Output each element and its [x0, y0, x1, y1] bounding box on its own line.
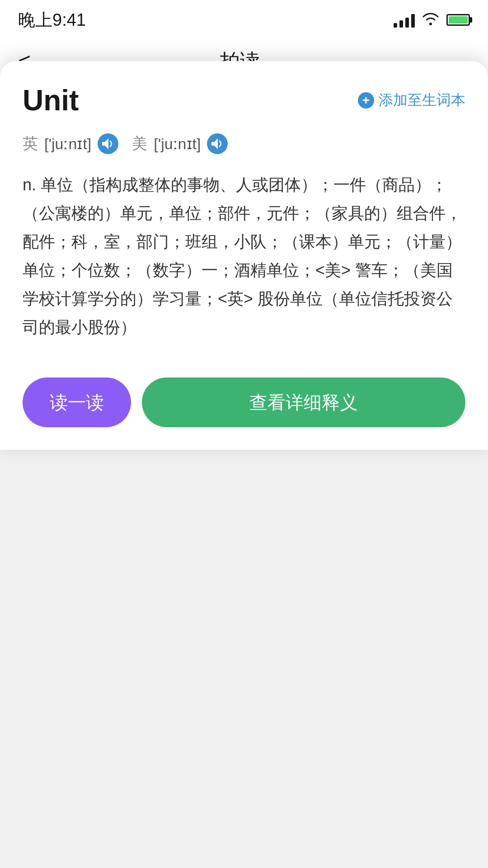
read-button[interactable]: 读一读	[23, 377, 131, 427]
phonetic-en-sound-button[interactable]	[98, 133, 118, 154]
dict-word: Unit	[23, 84, 79, 117]
dictionary-panel: Unit + 添加至生词本 英 ['juːnɪt] 美	[0, 61, 488, 450]
bottom-buttons: 读一读 查看详细释义	[23, 364, 465, 450]
wifi-icon	[422, 11, 439, 29]
status-time: 晚上9:41	[18, 9, 86, 32]
dict-header: Unit + 添加至生词本	[23, 84, 465, 117]
phonetic-en-group: 英 ['juːnɪt]	[23, 133, 118, 154]
detail-button[interactable]: 查看详细释义	[142, 377, 465, 427]
reading-area: Unit Two John，I have a new schoolbag. Ma…	[0, 127, 488, 450]
phonetic-us-text: ['juːnɪt]	[154, 135, 201, 153]
status-bar: 晚上9:41	[0, 0, 488, 36]
phonetic-us-group: 美 ['juːnɪt]	[132, 133, 228, 154]
dict-definition: n. 单位（指构成整体的事物、人或团体）；一件（商品）；（公寓楼的）单元，单位；…	[23, 170, 465, 341]
battery-icon	[446, 14, 470, 26]
phonetic-en-text: ['juːnɪt]	[44, 135, 91, 153]
phonetic-us-sound-button[interactable]	[207, 133, 228, 154]
add-vocab-label: 添加至生词本	[379, 90, 465, 110]
dict-phonetics: 英 ['juːnɪt] 美 ['juːnɪt]	[23, 133, 465, 154]
phonetic-us-label: 美	[132, 133, 147, 154]
signal-icon	[394, 12, 415, 28]
add-vocab-plus-icon: +	[358, 92, 374, 108]
add-vocab-button[interactable]: + 添加至生词本	[358, 90, 465, 110]
phonetic-en-label: 英	[23, 133, 38, 154]
status-icons	[394, 11, 470, 29]
